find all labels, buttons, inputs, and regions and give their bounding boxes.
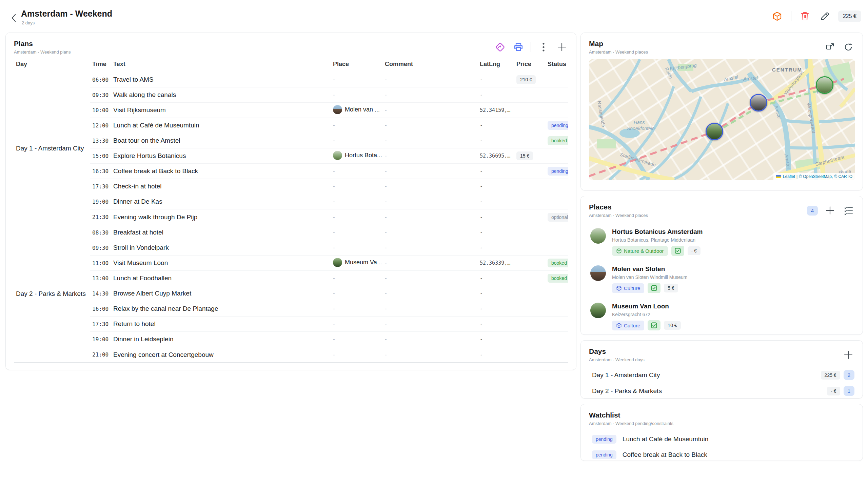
- column-header-status: Status: [546, 61, 568, 68]
- day-list-item[interactable]: Day 1 - Amsterdam City 225 € 2: [592, 367, 854, 383]
- plan-time: 16:30: [90, 168, 111, 175]
- plan-row[interactable]: 16:00 Relax by the canal near De Plantag…: [90, 301, 568, 317]
- plan-place-chip[interactable]: Molen van ...: [333, 105, 380, 114]
- plan-latlng: 52.36339,…: [478, 260, 514, 266]
- plan-row[interactable]: 10:00 Visit Rijksmuseum - Molen van ...: [90, 103, 568, 118]
- delete-trip-button[interactable]: [799, 10, 811, 22]
- day-name: Day 2 - Parks & Markets: [592, 387, 827, 395]
- plan-comment: -: [383, 107, 478, 114]
- plan-comment: -: [383, 92, 478, 98]
- plan-text: Lunch at Café de Museumtuin: [111, 122, 331, 129]
- plan-row[interactable]: 09:30 Walk along the canals - -: [90, 87, 568, 103]
- plan-time: 17:30: [90, 183, 111, 190]
- place-list-item[interactable]: Hortus Botanicus Amsterdam Hortus Botani…: [590, 223, 854, 261]
- print-button[interactable]: [512, 41, 525, 53]
- plan-row[interactable]: 14:30 Browse Albert Cuyp Market - -: [90, 286, 568, 301]
- plans-title: Plans: [14, 40, 71, 48]
- plan-row[interactable]: 11:00 Visit Museum Loon - Museum Va...: [90, 256, 568, 271]
- plan-place-cell: -: [331, 168, 383, 175]
- watchlist-status-badge: pending: [592, 450, 616, 459]
- map-place-marker[interactable]: [750, 94, 767, 111]
- plan-comment: -: [383, 260, 478, 266]
- plan-row[interactable]: 21:30 Evening walk through De Pijp -: [90, 209, 568, 225]
- plan-place-chip[interactable]: Museum Va...: [333, 258, 382, 267]
- plan-row[interactable]: 21:00 Evening concert at Concertgebouw -: [90, 347, 568, 362]
- plan-text: Explore Hortus Botanicus: [111, 152, 331, 160]
- day-group-label: Day 2 - Parks & Markets: [14, 225, 90, 362]
- plan-status-cell: optional: [546, 213, 568, 222]
- add-day-button[interactable]: [842, 349, 854, 361]
- plan-row[interactable]: 19:00 Dinner in Leidseplein - -: [90, 332, 568, 347]
- map-place-marker[interactable]: [706, 123, 723, 140]
- plan-place-cell: -: [331, 92, 383, 98]
- plan-place-chip[interactable]: Hortus Bota...: [333, 151, 382, 160]
- places-panel: Places Amsterdam - Weekend places 4 Hort…: [580, 196, 863, 335]
- watchlist-item[interactable]: pending Lunch at Café de Museumtuin: [592, 431, 854, 447]
- plan-row[interactable]: 06:00 Travel to AMS - -: [90, 72, 568, 87]
- checkbox-checked-icon: [651, 322, 657, 329]
- status-badge: pending: [548, 121, 568, 130]
- places-subtitle: Amsterdam - Weekend places: [589, 213, 648, 218]
- osm-link[interactable]: © OpenStreetMap,: [799, 174, 833, 179]
- plan-place-cell: -: [331, 351, 383, 358]
- plans-groups: Day 1 - Amsterdam City 06:00 Travel to A…: [14, 72, 568, 363]
- plan-row[interactable]: 17:30 Check-in at hotel - -: [90, 179, 568, 194]
- place-status-chip: [648, 283, 660, 293]
- carto-link[interactable]: © CARTO: [834, 174, 852, 179]
- plan-row[interactable]: 08:30 Breakfast at hotel - -: [90, 225, 568, 240]
- place-photo-avatar: [333, 258, 342, 267]
- plan-place-name: Hortus Bota...: [345, 152, 382, 159]
- map-canvas[interactable]: Krijtbergbrug Rokin Amstel Amstel CENTRU…: [589, 59, 855, 180]
- plan-text: Visit Rijksmuseum: [111, 106, 331, 114]
- plan-latlng: -: [478, 245, 514, 251]
- places-title: Places: [589, 203, 648, 211]
- export-package-button[interactable]: [771, 10, 783, 22]
- plan-time: 08:30: [90, 229, 111, 236]
- add-place-button[interactable]: [824, 204, 836, 217]
- place-price-badge: - €: [688, 246, 701, 255]
- divider: [531, 42, 531, 52]
- place-price-badge: 10 €: [664, 321, 680, 330]
- route-button[interactable]: [494, 41, 506, 53]
- watchlist-item[interactable]: pending Coffee break at Back to Black: [592, 447, 854, 463]
- status-badge: booked: [548, 274, 568, 283]
- plan-row[interactable]: 17:30 Return to hotel - -: [90, 317, 568, 332]
- plan-time: 21:00: [90, 351, 111, 358]
- plan-time: 14:30: [90, 290, 111, 297]
- plans-more-menu-button[interactable]: [537, 41, 550, 53]
- plan-comment: -: [383, 168, 478, 175]
- plan-row[interactable]: 12:00 Lunch at Café de Museumtuin -: [90, 118, 568, 133]
- plan-row[interactable]: 13:00 Lunch at Foodhallen - -: [90, 271, 568, 286]
- place-status-chip: [671, 246, 684, 256]
- place-list-item[interactable]: Molen van Sloten Molen van Sloten Windmi…: [590, 261, 854, 298]
- map-fit-bounds-button[interactable]: [824, 41, 836, 53]
- plan-time: 09:30: [90, 92, 111, 98]
- add-plan-button[interactable]: [556, 41, 568, 53]
- plan-latlng: -: [478, 229, 514, 236]
- place-list-item[interactable]: Museum Van Loon Keizersgracht 672 Cultur…: [590, 298, 854, 335]
- back-button[interactable]: [8, 12, 20, 24]
- plan-row[interactable]: 13:30 Boat tour on the Amstel - -: [90, 133, 568, 148]
- printer-icon: [513, 42, 524, 52]
- day-list-item[interactable]: Day 2 - Parks & Markets - € 1: [592, 383, 854, 399]
- plan-comment: -: [383, 351, 478, 358]
- plan-comment: -: [383, 229, 478, 236]
- plan-place-name: Molen van ...: [345, 106, 380, 113]
- expand-icon: [825, 42, 835, 52]
- plus-icon: [844, 350, 853, 360]
- plan-row[interactable]: 09:30 Stroll in Vondelpark - -: [90, 240, 568, 256]
- edit-trip-button[interactable]: [818, 10, 831, 22]
- places-list-view-button[interactable]: [842, 204, 854, 217]
- map-place-marker[interactable]: [816, 76, 833, 94]
- plan-comment: -: [383, 137, 478, 144]
- plan-row[interactable]: 19:00 Dinner at De Kas - -: [90, 194, 568, 209]
- plan-text: Dinner in Leidseplein: [111, 336, 331, 343]
- plan-row[interactable]: 15:00 Explore Hortus Botanicus - Hortus …: [90, 148, 568, 164]
- map-street-label: Hans: [634, 120, 645, 125]
- plan-text: Relax by the canal near De Plantage: [111, 305, 331, 312]
- map-refresh-button[interactable]: [842, 41, 854, 53]
- plan-latlng: -: [478, 290, 514, 297]
- leaflet-link[interactable]: Leaflet: [783, 174, 795, 179]
- plan-row[interactable]: 16:30 Coffee break at Back to Black -: [90, 164, 568, 179]
- plan-latlng: -: [478, 122, 514, 128]
